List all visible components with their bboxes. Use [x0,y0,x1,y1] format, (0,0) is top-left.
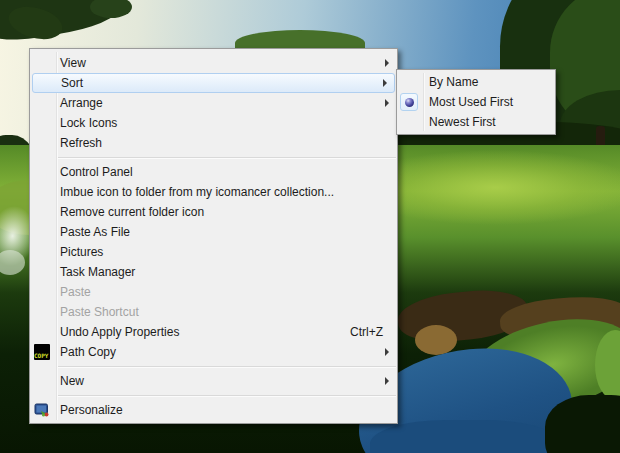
desktop[interactable]: View Sort Arrange Lock Icons Refresh Con… [0,0,620,453]
sort-submenu: By Name Most Used First Newest First [396,69,556,135]
menu-item-task-manager[interactable]: Task Manager [30,262,397,282]
submenu-arrow-icon [383,79,387,87]
path-copy-icon-text: COPY [34,352,48,359]
menu-item-label: View [60,53,86,73]
wallpaper-rocks [415,325,457,355]
desktop-context-menu: View Sort Arrange Lock Icons Refresh Con… [29,48,398,424]
menu-item-label: Lock Icons [60,113,117,133]
menu-item-sort[interactable]: Sort [32,73,395,93]
personalize-icon [34,402,50,418]
menu-item-label: Sort [61,74,83,92]
menu-item-label: Undo Apply Properties [60,322,179,342]
radio-selected-icon [400,93,418,111]
menu-item-label: Path Copy [60,342,116,362]
menu-separator [30,391,397,400]
menu-item-label: Control Panel [60,162,133,182]
menu-item-label: Task Manager [60,262,135,282]
submenu-arrow-icon [385,377,389,385]
wallpaper-stream [370,420,560,453]
menu-item-label: Refresh [60,133,102,153]
menu-item-remove-folder-icon[interactable]: Remove current folder icon [30,202,397,222]
submenu-item-by-name[interactable]: By Name [397,72,555,92]
submenu-arrow-icon [385,99,389,107]
menu-item-imbue-icon[interactable]: Imbue icon to folder from my icomancer c… [30,182,397,202]
keyboard-shortcut: Ctrl+Z [350,322,383,342]
menu-item-control-panel[interactable]: Control Panel [30,162,397,182]
menu-item-paste-shortcut: Paste Shortcut [30,302,397,322]
submenu-arrow-icon [385,59,389,67]
submenu-item-most-used-first[interactable]: Most Used First [397,92,555,112]
menu-item-refresh[interactable]: Refresh [30,133,397,153]
path-copy-icon: COPY C:\ [34,344,50,360]
menu-item-label: By Name [429,72,478,92]
menu-item-label: Pictures [60,242,103,262]
menu-item-label: Arrange [60,93,103,113]
menu-item-path-copy[interactable]: COPY C:\ Path Copy [30,342,397,362]
menu-item-paste-as-file[interactable]: Paste As File [30,222,397,242]
menu-item-lock-icons[interactable]: Lock Icons [30,113,397,133]
menu-item-view[interactable]: View [30,53,397,73]
menu-item-label: Personalize [60,400,123,420]
menu-item-label: Imbue icon to folder from my icomancer c… [60,182,334,202]
submenu-arrow-icon [385,348,389,356]
menu-item-label: Most Used First [429,92,513,112]
menu-item-label: Paste [60,282,91,302]
menu-item-pictures[interactable]: Pictures [30,242,397,262]
menu-item-label: New [60,371,84,391]
submenu-item-newest-first[interactable]: Newest First [397,112,555,132]
menu-item-label: Paste Shortcut [60,302,139,322]
menu-item-label: Newest First [429,112,496,132]
menu-item-new[interactable]: New [30,371,397,391]
menu-item-undo-apply-properties[interactable]: Undo Apply Properties Ctrl+Z [30,322,397,342]
radio-orb-icon [405,98,414,107]
menu-separator [30,153,397,162]
menu-item-paste: Paste [30,282,397,302]
menu-item-arrange[interactable]: Arrange [30,93,397,113]
menu-item-label: Remove current folder icon [60,202,204,222]
menu-item-label: Paste As File [60,222,130,242]
menu-item-personalize[interactable]: Personalize [30,400,397,420]
menu-separator [30,362,397,371]
